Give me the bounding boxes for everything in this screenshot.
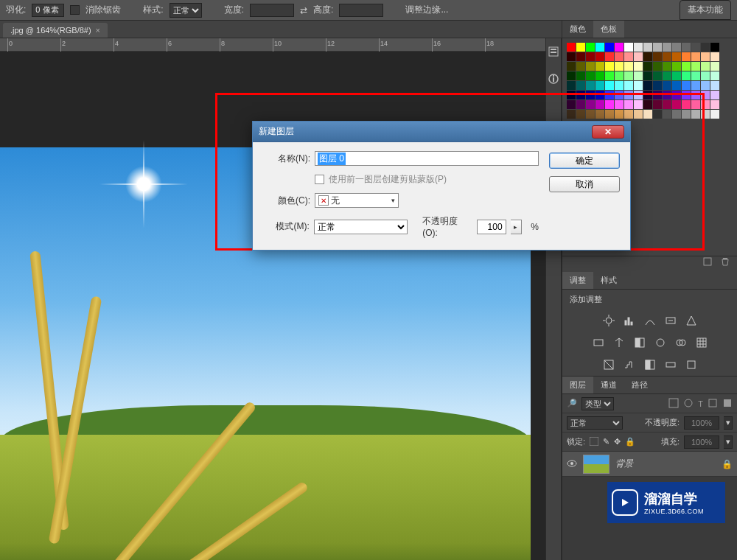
swatch[interactable] bbox=[615, 62, 624, 71]
swatch[interactable] bbox=[663, 71, 671, 80]
swatch[interactable] bbox=[634, 52, 643, 61]
swatch[interactable] bbox=[691, 71, 700, 80]
info-panel-icon[interactable] bbox=[548, 73, 559, 87]
swatch[interactable] bbox=[615, 81, 624, 90]
swatch[interactable] bbox=[624, 110, 633, 119]
swatch[interactable] bbox=[586, 71, 595, 80]
swatch[interactable] bbox=[605, 52, 614, 61]
swatch[interactable] bbox=[682, 81, 691, 90]
visibility-icon[interactable] bbox=[567, 459, 577, 469]
swatch[interactable] bbox=[691, 52, 700, 61]
swatch[interactable] bbox=[691, 91, 700, 99]
swatch[interactable] bbox=[576, 43, 585, 52]
filter-icon[interactable]: 🔎 bbox=[567, 399, 577, 408]
swatch[interactable] bbox=[586, 81, 595, 90]
swatch[interactable] bbox=[634, 100, 643, 109]
tab-swatches[interactable]: 色板 bbox=[593, 21, 624, 38]
swatch[interactable] bbox=[653, 81, 662, 90]
swatch[interactable] bbox=[691, 100, 700, 109]
layer-row-background[interactable]: 背景 🔒 bbox=[562, 452, 737, 477]
lut-icon[interactable] bbox=[695, 336, 708, 349]
swatch[interactable] bbox=[672, 91, 681, 99]
swatch[interactable] bbox=[624, 91, 633, 99]
swatch[interactable] bbox=[701, 110, 710, 119]
swatch[interactable] bbox=[682, 110, 691, 119]
delete-swatch-icon[interactable] bbox=[721, 257, 730, 268]
swatch[interactable] bbox=[576, 110, 585, 119]
swatch[interactable] bbox=[586, 52, 595, 61]
opacity-dlg-input[interactable] bbox=[477, 220, 506, 234]
swatch[interactable] bbox=[710, 100, 719, 109]
invert-icon[interactable] bbox=[602, 358, 615, 371]
swatch[interactable] bbox=[624, 81, 633, 90]
swatch[interactable] bbox=[653, 71, 662, 80]
swatch[interactable] bbox=[653, 43, 662, 52]
swatch[interactable] bbox=[605, 110, 614, 119]
swatch[interactable] bbox=[624, 43, 633, 52]
dialog-close-button[interactable]: ✕ bbox=[592, 125, 624, 139]
swatch[interactable] bbox=[576, 52, 585, 61]
dialog-title-bar[interactable]: 新建图层 ✕ bbox=[253, 122, 630, 142]
swatch[interactable] bbox=[682, 62, 691, 71]
swatch[interactable] bbox=[672, 81, 681, 90]
posterize-icon[interactable] bbox=[623, 358, 636, 371]
swatch[interactable] bbox=[710, 52, 719, 61]
swatch[interactable] bbox=[643, 110, 652, 119]
swatch[interactable] bbox=[567, 110, 576, 119]
swatch[interactable] bbox=[701, 81, 710, 90]
filter-pixel-icon[interactable] bbox=[668, 398, 679, 410]
swatch[interactable] bbox=[663, 62, 671, 71]
swatch[interactable] bbox=[576, 91, 585, 99]
swatch[interactable] bbox=[595, 100, 604, 109]
swatch[interactable] bbox=[567, 100, 576, 109]
swatch[interactable] bbox=[643, 43, 652, 52]
swatch[interactable] bbox=[643, 100, 652, 109]
bw-icon[interactable] bbox=[633, 336, 646, 349]
swatch[interactable] bbox=[624, 62, 633, 71]
filter-smart-icon[interactable] bbox=[722, 398, 733, 410]
swatch[interactable] bbox=[605, 91, 614, 99]
swatch[interactable] bbox=[653, 62, 662, 71]
lock-position-icon[interactable]: ✥ bbox=[614, 437, 621, 447]
swatch[interactable] bbox=[615, 43, 624, 52]
swatch[interactable] bbox=[710, 110, 719, 119]
feather-input[interactable] bbox=[32, 4, 64, 17]
swatch[interactable] bbox=[710, 43, 719, 52]
tab-color[interactable]: 颜色 bbox=[562, 21, 593, 38]
refine-edge-button[interactable]: 调整边缘... bbox=[405, 4, 448, 16]
tab-channels[interactable]: 通道 bbox=[593, 377, 624, 393]
document-tab[interactable]: .jpg @ 164%(RGB/8#) × bbox=[3, 23, 108, 38]
name-input[interactable]: 图层 0 bbox=[315, 151, 539, 166]
ok-button[interactable]: 确定 bbox=[549, 153, 620, 169]
swatch[interactable] bbox=[586, 110, 595, 119]
swatch[interactable] bbox=[576, 81, 585, 90]
balance-icon[interactable] bbox=[612, 336, 626, 349]
swatch[interactable] bbox=[595, 91, 604, 99]
swatch[interactable] bbox=[576, 62, 585, 71]
swatch[interactable] bbox=[634, 110, 643, 119]
blend-mode-select[interactable]: 正常 bbox=[567, 416, 623, 430]
swatch[interactable] bbox=[653, 100, 662, 109]
swatch[interactable] bbox=[691, 110, 700, 119]
opacity-arrow-icon[interactable]: ▸ bbox=[511, 220, 523, 234]
width-input[interactable] bbox=[250, 4, 294, 17]
swatch[interactable] bbox=[605, 100, 614, 109]
swatch[interactable] bbox=[624, 100, 633, 109]
clip-checkbox[interactable] bbox=[315, 175, 324, 184]
swatch[interactable] bbox=[691, 43, 700, 52]
photo-filter-icon[interactable] bbox=[654, 336, 667, 349]
swatch[interactable] bbox=[701, 71, 710, 80]
swatch[interactable] bbox=[643, 52, 652, 61]
threshold-icon[interactable] bbox=[643, 358, 657, 371]
swatch[interactable] bbox=[576, 100, 585, 109]
swatch[interactable] bbox=[663, 91, 671, 99]
gradient-map-icon[interactable] bbox=[664, 358, 677, 371]
swatch[interactable] bbox=[682, 71, 691, 80]
swatch[interactable] bbox=[663, 52, 671, 61]
swatch[interactable] bbox=[643, 71, 652, 80]
filter-kind-select[interactable]: 类型 bbox=[581, 397, 614, 410]
swatch[interactable] bbox=[663, 100, 671, 109]
swatch[interactable] bbox=[710, 91, 719, 99]
swatch[interactable] bbox=[605, 81, 614, 90]
swatch[interactable] bbox=[567, 52, 576, 61]
